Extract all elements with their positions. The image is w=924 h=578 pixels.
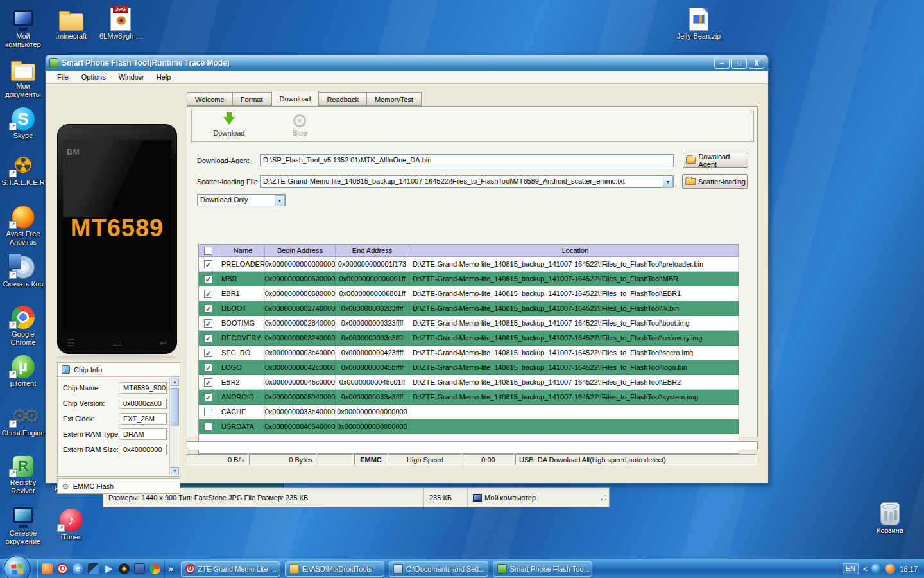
emmc-flash-panel[interactable]: ⚙ EMMC Flash bbox=[57, 478, 180, 494]
table-row[interactable]: ✓MBR0x00000000006000000x00000000006001ff… bbox=[199, 272, 739, 286]
ext-clock-value[interactable]: EXT_26M bbox=[121, 413, 167, 425]
taskbar-task-zte[interactable]: O ZTE Grand Memo Lite -... bbox=[181, 561, 280, 577]
row-checkbox[interactable]: ✓ bbox=[204, 260, 212, 268]
scatter-loading-button[interactable]: Scatter-loading bbox=[682, 174, 748, 189]
table-row[interactable]: ✓RECOVERY0x00000000032400000x0000000003c… bbox=[199, 331, 739, 346]
resize-grip[interactable] bbox=[601, 495, 607, 501]
ram-type-value[interactable]: DRAM bbox=[121, 428, 167, 440]
gear-icon: ⚙ bbox=[62, 482, 69, 491]
download-button[interactable]: Download bbox=[203, 112, 255, 137]
desktop-icon-cheat-engine[interactable]: ⚙⚙ Cheat Engine bbox=[0, 402, 46, 437]
scroll-up-icon[interactable]: ▲ bbox=[171, 378, 179, 386]
download-agent-button[interactable]: Download Agent bbox=[683, 153, 748, 168]
row-checkbox[interactable] bbox=[204, 408, 212, 416]
maximize-button[interactable]: □ bbox=[732, 58, 747, 69]
desktop-icon-downloader[interactable]: Скачать Кор bbox=[0, 253, 46, 288]
desktop-icon-network[interactable]: Сетевое окружение bbox=[0, 502, 46, 546]
tab-memorytest[interactable]: MemoryTest bbox=[367, 92, 422, 106]
taskbar-task-flashtool[interactable]: Smart Phone Flash Too... bbox=[493, 561, 592, 577]
firefox-icon[interactable] bbox=[42, 563, 53, 574]
table-row[interactable]: ✓PRELOADER0x00000000000000000x0000000000… bbox=[199, 257, 739, 272]
cell-end: 0x0000000000000000 bbox=[336, 419, 409, 434]
table-row[interactable]: ✓LOGO0x00000000042c00000x00000000045bfff… bbox=[199, 360, 739, 375]
table-row[interactable]: ✓SEC_RO0x0000000003c400000x000000000423f… bbox=[199, 346, 739, 360]
desktop-icon-chrome[interactable]: Google Chrome bbox=[0, 303, 46, 347]
menu-options[interactable]: Options bbox=[75, 73, 112, 81]
row-checkbox[interactable]: ✓ bbox=[204, 393, 212, 401]
menu-help[interactable]: Help bbox=[150, 73, 178, 81]
desktop-icon-my-documents[interactable]: Мои документы bbox=[0, 55, 46, 99]
stop-button[interactable]: Stop bbox=[274, 112, 325, 137]
minimize-button[interactable]: – bbox=[714, 58, 730, 69]
combo-dropdown-icon[interactable]: ▼ bbox=[275, 195, 285, 206]
desktop-icon-minecraft[interactable]: .minecraft bbox=[48, 5, 94, 40]
taskbar-task-mtkdroid[interactable]: E:\ASD\MtkDroidTools bbox=[285, 561, 384, 577]
table-row[interactable]: ✓BOOTIMG0x00000000028400000x000000000323… bbox=[199, 316, 739, 331]
menu-window[interactable]: Window bbox=[112, 73, 150, 81]
row-checkbox[interactable]: ✓ bbox=[204, 290, 212, 298]
desktop-icon-avast[interactable]: Avast Free Antivirus bbox=[0, 203, 46, 247]
row-checkbox[interactable]: ✓ bbox=[204, 319, 212, 328]
row-checkbox[interactable]: ✓ bbox=[204, 334, 212, 342]
row-checkbox[interactable]: ✓ bbox=[204, 363, 212, 372]
ie-icon[interactable]: e bbox=[73, 563, 83, 574]
table-row[interactable]: ✓UBOOT0x00000000027400000x000000000283ff… bbox=[199, 301, 739, 316]
row-checkbox[interactable]: ✓ bbox=[204, 349, 212, 357]
desktop-icon-registry-reviver[interactable]: R Registry Reviver bbox=[0, 451, 46, 495]
close-button[interactable]: X bbox=[749, 58, 764, 69]
floppy-save-icon[interactable] bbox=[134, 563, 145, 574]
desktop-icon-itunes[interactable]: ♪ iTunes bbox=[48, 506, 94, 541]
desktop-icon-jelly-bean-zip[interactable]: Jelly-Bean.zip bbox=[672, 5, 725, 40]
desktop-icon-recycle-bin[interactable]: Корзина bbox=[865, 500, 915, 535]
scatter-combobox[interactable]: D:\ZTE-Grand-Memo-lite_140815_backup_141… bbox=[260, 175, 674, 188]
title-bar[interactable]: Smart Phone Flash Tool(Runtime Trace Mod… bbox=[46, 55, 768, 71]
row-checkbox[interactable] bbox=[204, 423, 212, 431]
chip-info-scrollbar[interactable]: ▲ ▼ bbox=[169, 378, 179, 475]
quick-launch-overflow-chevron[interactable]: » bbox=[165, 565, 177, 574]
play-icon[interactable]: ▶ bbox=[103, 563, 114, 574]
chip-info-header[interactable]: Chip Info bbox=[58, 363, 180, 377]
header-name[interactable]: Name bbox=[218, 245, 265, 256]
media-player-icon[interactable] bbox=[88, 563, 99, 574]
header-begin-address[interactable]: Begin Address bbox=[265, 245, 336, 256]
row-checkbox[interactable]: ✓ bbox=[204, 304, 212, 313]
header-end-address[interactable]: End Address bbox=[336, 245, 409, 256]
desktop-icon-skype[interactable]: S Skype bbox=[0, 105, 46, 140]
desktop-icon-jpg-file[interactable]: JPG 6LMw8ygh-... bbox=[98, 5, 144, 40]
tray-collapse-chevron[interactable]: < bbox=[863, 565, 867, 573]
header-location[interactable]: Location bbox=[409, 245, 739, 256]
cell-name: CACHE bbox=[218, 405, 265, 419]
ram-size-value[interactable]: 0x40000000 bbox=[121, 444, 167, 455]
desktop-icon-stalker[interactable]: ☢ S.T.A.L.K.E.R bbox=[0, 152, 46, 187]
tab-download[interactable]: Download bbox=[271, 91, 320, 106]
table-row[interactable]: ✓EBR10x00000000006800000x00000000006801f… bbox=[199, 286, 739, 301]
select-all-checkbox[interactable] bbox=[204, 247, 212, 255]
desktop-icon-utorrent[interactable]: µ µTorrent bbox=[0, 353, 46, 388]
download-agent-input[interactable]: D:\SP_Flash_Tool_v5.1352.01\MTK_AllInOne… bbox=[260, 154, 674, 166]
row-checkbox[interactable]: ✓ bbox=[204, 275, 212, 283]
desktop-icon-my-computer[interactable]: Мой компьютер bbox=[0, 5, 46, 49]
menu-file[interactable]: File bbox=[51, 73, 75, 81]
start-button[interactable] bbox=[4, 556, 31, 578]
tab-format[interactable]: Format bbox=[233, 92, 271, 106]
chip-name-value[interactable]: MT6589_S00 bbox=[121, 382, 167, 394]
table-row[interactable]: ✓EBR20x00000000045c00000x00000000045c01f… bbox=[199, 375, 739, 390]
table-row[interactable]: ✓ANDROID0x00000000050400000x0000000033e3… bbox=[199, 390, 739, 405]
tab-welcome[interactable]: Welcome bbox=[187, 92, 233, 106]
table-row[interactable]: USRDATA0x00000000406400000x0000000000000… bbox=[199, 419, 739, 434]
tab-readback[interactable]: Readback bbox=[319, 92, 367, 106]
scroll-down-icon[interactable]: ▼ bbox=[171, 467, 179, 475]
taskbar-task-cmd[interactable]: C:\Documents and Sett... bbox=[389, 561, 488, 577]
scrollbar-thumb[interactable] bbox=[171, 388, 179, 426]
table-row[interactable]: CACHE0x0000000033e400000x000000000000000… bbox=[199, 405, 739, 419]
row-checkbox[interactable]: ✓ bbox=[204, 378, 212, 387]
language-indicator[interactable]: EN bbox=[843, 563, 859, 574]
opera-icon[interactable]: O bbox=[57, 563, 68, 574]
chip-version-value[interactable]: 0x0000ca00 bbox=[121, 398, 167, 409]
avg-icon[interactable]: ◆ bbox=[119, 563, 130, 574]
tray-app-icon[interactable] bbox=[871, 564, 881, 574]
tray-avast-icon[interactable] bbox=[886, 564, 895, 574]
combo-dropdown-icon[interactable]: ▼ bbox=[663, 177, 673, 188]
mode-select[interactable]: Download Only bbox=[197, 194, 286, 206]
chrome-icon[interactable] bbox=[150, 563, 160, 574]
